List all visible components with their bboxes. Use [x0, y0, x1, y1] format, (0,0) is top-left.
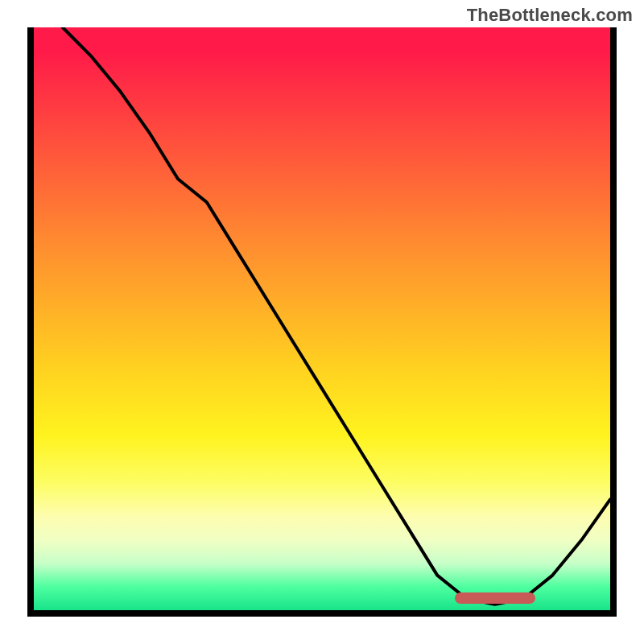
watermark-text: TheBottleneck.com	[467, 5, 633, 26]
chart-container: TheBottleneck.com	[0, 0, 644, 644]
optimal-range-bar	[455, 592, 535, 604]
plot-frame	[27, 27, 617, 617]
gradient-background	[34, 27, 610, 610]
